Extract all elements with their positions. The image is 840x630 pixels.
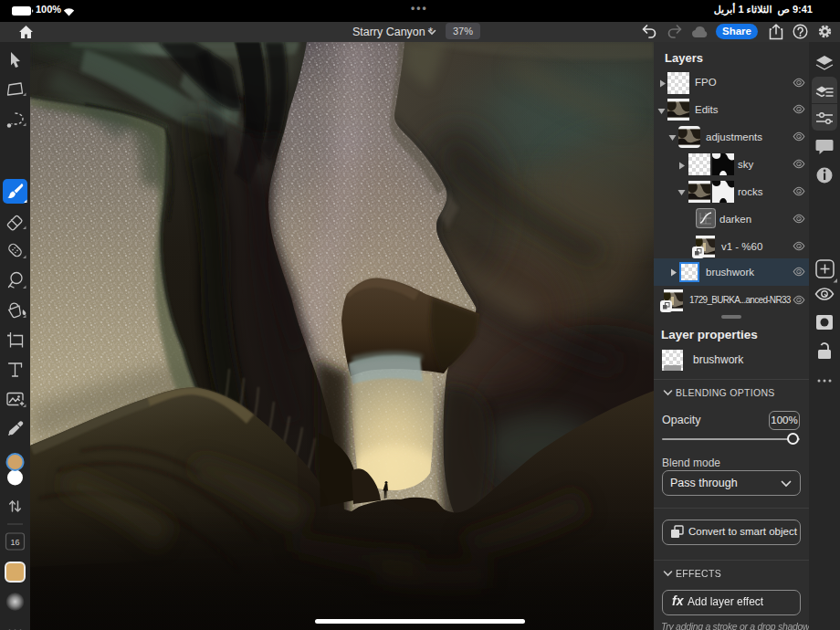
svg-text:16: 16: [10, 538, 19, 547]
